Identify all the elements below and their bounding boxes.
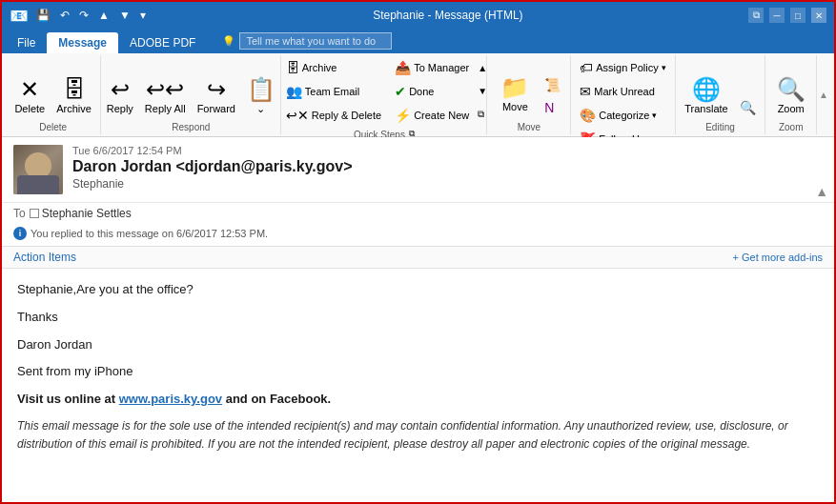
more-respond-icon: 📋 (247, 78, 275, 101)
window-title: Stephanie - Message (HTML) (148, 9, 748, 22)
outlook-window: 📧 💾 ↶ ↷ ▲ ▼ ▾ Stephanie - Message (HTML)… (0, 0, 836, 504)
email-header: Tue 6/6/2017 12:54 PM Daron Jordan <djor… (2, 137, 834, 203)
respond-group-label: Respond (172, 122, 210, 132)
close-btn[interactable]: ✕ (811, 8, 826, 23)
move-button[interactable]: 📁 Move (492, 71, 538, 118)
ribbon: ✕ Delete 🗄 Archive Delete ↩ Reply ↩↩ Re (2, 53, 834, 137)
forward-label: Forward (197, 103, 235, 115)
create-new-icon: ⚡ (395, 108, 411, 123)
mark-unread-icon: ✉ (580, 84, 591, 99)
reply-button[interactable]: ↩ Reply (102, 75, 138, 118)
archive-label: Archive (56, 103, 92, 115)
maximize-btn[interactable]: □ (790, 8, 805, 23)
recipient-checkbox[interactable] (30, 209, 39, 218)
done-btn[interactable]: ✔ Done (390, 81, 474, 102)
mark-unread-button[interactable]: ✉ Mark Unread (575, 81, 670, 102)
translate-button[interactable]: 🌐 Translate (680, 75, 732, 118)
email-greeting: Stephanie,Are you at the office? (17, 280, 819, 300)
categorize-button[interactable]: 🎨 Categorize ▾ (575, 105, 670, 126)
website-link[interactable]: www.paris.ky.gov (119, 392, 222, 406)
email-meta: Tue 6/6/2017 12:54 PM Daron Jordan <djor… (13, 145, 823, 194)
action-items-bar: Action Items + Get more add-ins (2, 246, 834, 269)
qs-expand-icon[interactable]: ⧉ (478, 109, 487, 120)
tab-message[interactable]: Message (47, 32, 118, 53)
assign-policy-button[interactable]: 🏷 Assign Policy ▾ (575, 57, 670, 78)
tab-file[interactable]: File (6, 32, 47, 53)
rules-button[interactable]: 📜 (540, 74, 565, 95)
reply-all-button[interactable]: ↩↩ Reply All (140, 75, 191, 118)
email-sender-name: Daron Jordan (17, 335, 819, 355)
undo-icon[interactable]: ↶ (58, 8, 71, 23)
title-bar-controls: ⧉ ─ □ ✕ (748, 8, 826, 23)
ribbon-scroll-up-icon[interactable]: ▲ (819, 90, 828, 100)
assign-policy-dropdown-icon[interactable]: ▾ (662, 63, 666, 72)
down-arrow-icon[interactable]: ▼ (117, 8, 133, 23)
archive-button[interactable]: 🗄 Archive (51, 75, 96, 118)
replied-text: You replied to this message on 6/6/2017 … (31, 228, 268, 239)
resize-icon-btn[interactable]: ⧉ (748, 8, 764, 23)
tab-adobe-pdf[interactable]: ADOBE PDF (118, 32, 207, 53)
tell-me-input[interactable] (239, 32, 392, 50)
title-bar: 📧 💾 ↶ ↷ ▲ ▼ ▾ Stephanie - Message (HTML)… (2, 2, 834, 29)
translate-icon: 🌐 (692, 78, 721, 101)
email-header-wrapper: Tue 6/6/2017 12:54 PM Daron Jordan <djor… (2, 137, 834, 246)
sender-sub: Stephanie (72, 177, 823, 191)
scroll-up-btn[interactable]: ▲ (815, 184, 828, 199)
archive-quick-icon: 🗄 (286, 60, 299, 75)
team-email-btn[interactable]: 👥 Team Email (281, 81, 386, 102)
to-label: To (13, 207, 26, 220)
ribbon-group-quick-steps: 🗄 Archive 👥 Team Email ↩✕ Reply & Delete… (281, 55, 487, 134)
ribbon-group-move: 📁 Move 📜 N Move (487, 55, 571, 134)
editing-sub: 🔍 (735, 97, 761, 118)
save-icon[interactable]: 💾 (34, 8, 52, 23)
avatar-image (13, 145, 63, 194)
quick-steps-arrows: ▲ ▼ ⧉ (478, 63, 487, 120)
qs-up-icon[interactable]: ▲ (478, 63, 487, 73)
onenote-button[interactable]: N (540, 97, 565, 118)
reply-icon: ↩ (111, 78, 130, 101)
create-new-btn[interactable]: ⚡ Create New (390, 105, 474, 126)
email-thanks: Thanks (17, 308, 819, 328)
info-icon: i (13, 227, 27, 240)
qs-down-icon[interactable]: ▼ (478, 86, 487, 96)
ribbon-group-tags: 🏷 Assign Policy ▾ ✉ Mark Unread 🎨 Catego… (571, 55, 675, 134)
mark-unread-label: Mark Unread (594, 86, 655, 97)
more-respond-button[interactable]: 📋 ⌄ (242, 75, 280, 118)
to-manager-btn[interactable]: 📤 To Manager (390, 57, 474, 78)
quick-steps-right: 📤 To Manager ✔ Done ⚡ Create New (390, 57, 474, 126)
archive-quick-btn[interactable]: 🗄 Archive (281, 57, 386, 78)
reply-delete-btn[interactable]: ↩✕ Reply & Delete (281, 105, 386, 126)
zoom-icon: 🔍 (777, 78, 805, 101)
ribbon-group-respond: ↩ Reply ↩↩ Reply All ↪ Forward 📋 ⌄ Respo… (101, 55, 281, 134)
done-label: Done (409, 86, 434, 97)
create-new-label: Create New (414, 110, 469, 121)
ribbon-scroll-up[interactable]: ▲ (817, 55, 830, 134)
visit-suffix: and on Facebook. (222, 392, 331, 406)
reply-all-label: Reply All (145, 103, 186, 115)
customize-icon[interactable]: ▾ (138, 8, 148, 23)
ribbon-tabs-bar: File Message ADOBE PDF 💡 (2, 29, 834, 53)
forward-button[interactable]: ↪ Forward (193, 75, 240, 118)
get-more-addins-link[interactable]: + Get more add-ins (733, 252, 823, 263)
zoom-button[interactable]: 🔍 Zoom (772, 75, 810, 118)
categorize-label: Categorize (599, 110, 649, 121)
email-date: Tue 6/6/2017 12:54 PM (72, 145, 823, 156)
zoom-group-buttons: 🔍 Zoom (772, 57, 810, 120)
ribbon-group-zoom: 🔍 Zoom Zoom (765, 55, 817, 134)
sender-info: Tue 6/6/2017 12:54 PM Daron Jordan <djor… (72, 145, 823, 191)
delete-button[interactable]: ✕ Delete (10, 75, 50, 118)
editing-group-buttons: 🌐 Translate 🔍 (680, 57, 760, 120)
find-button[interactable]: 🔍 (735, 97, 761, 118)
done-icon: ✔ (395, 84, 406, 99)
title-bar-left: 📧 💾 ↶ ↷ ▲ ▼ ▾ (10, 7, 148, 25)
team-email-icon: 👥 (286, 84, 302, 99)
categorize-dropdown-icon[interactable]: ▾ (652, 111, 657, 120)
reply-delete-label: Reply & Delete (312, 110, 381, 121)
visit-prefix: Visit us online at (17, 392, 119, 406)
translate-label: Translate (684, 103, 727, 115)
up-arrow-icon[interactable]: ▲ (96, 8, 112, 23)
redo-icon[interactable]: ↷ (77, 8, 91, 23)
minimize-btn[interactable]: ─ (769, 8, 785, 23)
move-group-label: Move (518, 122, 540, 132)
zoom-group-label: Zoom (779, 122, 804, 132)
